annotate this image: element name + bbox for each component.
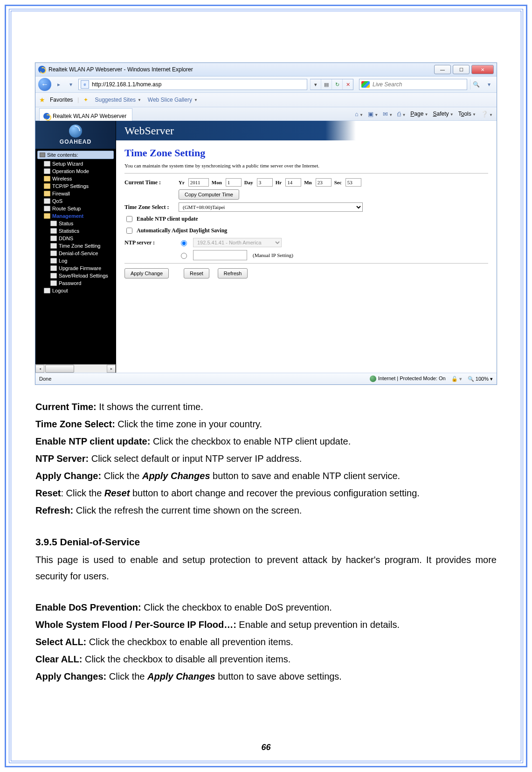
scroll-left-icon[interactable]: ◂ [35,365,44,373]
day-input[interactable] [257,178,273,187]
stop-icon[interactable]: ✕ [342,79,353,90]
row-ntp-server: NTP server : 192.5.41.41 - North America [124,238,488,247]
nav-logout[interactable]: Logout [35,287,116,294]
nav-setup-wizard[interactable]: Setup Wizard [35,160,116,167]
timezone-select[interactable]: (GMT+08:00)Taipei [179,202,363,212]
forward-button[interactable]: ▸ [54,78,63,91]
safety-menu[interactable]: SafetySafety [433,111,454,117]
banner-title: WebServer [116,121,497,140]
page-menu[interactable]: PPageage [410,111,428,117]
nav-status[interactable]: Status [35,220,116,227]
term-flood: Whole System Flood / Per-Source IP Flood… [35,619,236,630]
nav-qos[interactable]: QoS [35,197,116,205]
nav-management[interactable]: Management [35,212,116,220]
scroll-right-icon[interactable]: ▸ [107,365,116,373]
protected-mode-icon[interactable]: 🔓 ▾ [451,376,462,382]
address-bar[interactable]: e [78,79,307,90]
nav-password[interactable]: Password [35,279,116,287]
web-slice-link[interactable]: Web Slice Gallery [146,97,198,103]
folder-icon [44,176,50,181]
nav-firewall[interactable]: Firewall [35,190,116,197]
scroll-thumb[interactable] [45,365,74,373]
maximize-button[interactable]: ☐ [453,65,470,74]
ntp-preset-radio[interactable] [181,240,187,246]
hr-label: Hr [276,180,282,185]
status-done: Done [39,376,51,382]
address-dropdown-icon[interactable]: ▾ [310,79,321,90]
copy-computer-time-button[interactable]: Copy Computer Time [179,189,239,200]
row-copy-time: Copy Computer Time [124,189,488,200]
year-input[interactable] [188,178,209,187]
hour-input[interactable] [285,178,301,187]
sidebar: GOAHEAD Site contents: Setup Wizard Oper… [35,121,116,373]
term-reset: Reset [35,488,61,498]
nav-ddns[interactable]: DDNS [35,235,116,242]
apply-change-button[interactable]: Apply Change [124,268,169,278]
minimize-button[interactable]: — [434,65,451,74]
search-provider-icon [361,81,370,88]
nav-upgrade[interactable]: Upgrade Firmware [35,264,116,272]
term-refresh: Refresh: [35,505,73,515]
nav-log[interactable]: Log [35,257,116,264]
search-input[interactable] [372,81,467,88]
nav-history-dropdown[interactable]: ▾ [66,78,76,91]
feed-icon[interactable]: ▣ [368,111,378,118]
second-input[interactable] [345,178,361,187]
nav-statistics[interactable]: Statistics [35,227,116,235]
section-description: This page is used to enable and setup pr… [35,552,497,584]
favorites-star-icon[interactable]: ★ [39,96,45,104]
sidebar-scrollbar[interactable]: ◂ ▸ [35,364,116,373]
month-input[interactable] [226,178,242,187]
nav-save-reload[interactable]: Save/Reload Settings [35,272,116,279]
search-box[interactable] [359,79,467,90]
print-icon[interactable]: ⎙ [397,111,406,118]
term-tz-select: Time Zone Select: [35,419,115,429]
nav-tcpip[interactable]: TCP/IP Settings [35,182,116,190]
refresh-button[interactable]: Refresh [218,268,248,278]
term-ntp-enable: Enable NTP client update: [35,436,150,446]
dst-checkbox[interactable] [126,228,132,234]
main-panel: WebServer Time Zone Setting You can main… [116,121,497,373]
nav-time-zone[interactable]: Time Zone Setting [35,242,116,250]
url-input[interactable] [91,81,307,88]
favorites-label[interactable]: Favorites [50,97,73,103]
ntp-server-select[interactable]: 192.5.41.41 - North America [193,238,282,247]
page-icon [50,236,57,241]
folder-icon [44,183,50,189]
refresh-icon[interactable]: ↻ [332,79,342,90]
document-body: Current Time: It shows the current time.… [35,399,497,685]
nav-operation-mode[interactable]: Operation Mode [35,167,116,175]
compat-view-icon[interactable]: ▤ [321,79,332,90]
page-icon [50,265,57,271]
row-timezone: Time Zone Select : (GMT+08:00)Taipei [124,202,488,212]
home-icon[interactable]: ⌂ [355,111,363,118]
page-icon [44,198,50,204]
tree-root[interactable]: Site contents: [37,151,114,159]
close-button[interactable]: ✕ [471,65,494,74]
nav-dos[interactable]: Denial-of-Service [35,250,116,257]
minute-input[interactable] [316,178,332,187]
tab-active[interactable]: Realtek WLAN AP Webserver [39,108,132,122]
page-icon [44,161,50,167]
page-icon [50,243,57,249]
page-icon [50,273,57,278]
nav-wireless[interactable]: Wireless [35,175,116,182]
search-dropdown-icon[interactable]: ▾ [484,78,494,91]
back-button[interactable]: ← [38,78,51,91]
search-icon[interactable]: 🔍 [470,79,482,90]
mn-label: Mn [304,180,312,185]
nav-route-setup[interactable]: Route Setup [35,205,116,212]
page-icon [50,258,57,264]
suggested-sites-link[interactable]: Suggested Sites [93,97,141,103]
ntp-manual-radio[interactable] [181,253,187,259]
ntp-enable-checkbox[interactable] [126,216,132,222]
tools-menu[interactable]: ToolsTools [458,111,476,117]
mail-icon[interactable]: ✉ [383,111,393,118]
term-apply-change: Apply Change: [35,471,101,481]
page-icon [50,228,57,234]
zoom-control[interactable]: 🔍 100% ▾ [468,376,493,382]
tab-bar: Realtek WLAN AP Webserver ⌂ ▣ ✉ ⎙ PPagea… [35,107,497,121]
reset-button[interactable]: Reset [184,268,209,278]
ntp-manual-input[interactable] [193,250,247,260]
help-icon[interactable]: ❔ [481,111,493,118]
